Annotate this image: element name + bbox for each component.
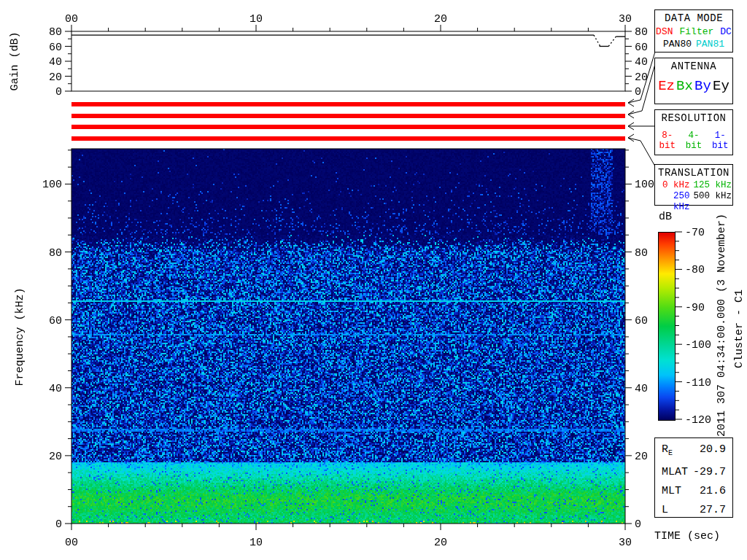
ephemeris-row-mlat: MLAT -29.7	[655, 463, 732, 482]
antenna-legend: ANTENNA Ez Bx By Ey	[654, 58, 733, 104]
svg-text:-70: -70	[685, 227, 705, 239]
translation-125khz: 125 kHz	[694, 180, 732, 191]
svg-text:30: 30	[619, 537, 632, 549]
svg-text:40: 40	[49, 383, 62, 395]
svg-text:40: 40	[635, 383, 648, 395]
svg-text:60: 60	[49, 42, 62, 54]
svg-text:-100: -100	[685, 339, 711, 351]
svg-text:20: 20	[434, 537, 447, 549]
svg-text:30: 30	[619, 13, 632, 26]
mlat-label: MLAT	[662, 463, 688, 482]
svg-text:10: 10	[249, 13, 263, 26]
status-stripes	[71, 102, 625, 141]
l-value: 27.7	[700, 501, 726, 520]
legend-connector-arrows	[628, 52, 655, 166]
resolution-legend: RESOLUTION 8-bit 4-bit 1-bit	[654, 109, 733, 155]
svg-text:20: 20	[635, 71, 648, 84]
antenna-title: ANTENNA	[655, 61, 732, 72]
gain-db-axis: 002020404060608080	[49, 26, 648, 98]
ephemeris-row-mlt: MLT 21.6	[655, 482, 732, 501]
antenna-bx: Bx	[676, 78, 693, 94]
frequency-axis-label: Frequency (kHz)	[14, 287, 26, 386]
spectrogram-time-axis: 00102030	[65, 524, 632, 549]
translation-250khz: 250 kHz	[655, 191, 690, 213]
data-mode-pan80: PAN80	[663, 39, 692, 50]
svg-text:0: 0	[55, 518, 62, 531]
translation-500khz: 500 kHz	[694, 191, 732, 213]
svg-text:00: 00	[65, 13, 78, 26]
svg-text:20: 20	[635, 451, 648, 463]
svg-text:60: 60	[49, 315, 62, 327]
data-mode-filter: Filter	[679, 26, 713, 37]
antenna-ez: Ez	[658, 78, 675, 94]
svg-text:100: 100	[42, 179, 62, 191]
data-mode-dsn: DSN	[656, 26, 673, 37]
l-label: L	[662, 501, 668, 520]
mlat-value: -29.7	[693, 463, 726, 482]
svg-text:-80: -80	[685, 264, 705, 276]
data-mode-title: DATA MODE	[655, 12, 732, 24]
status-stripe-antenna	[71, 114, 625, 118]
ephemeris-row-re: RE 20.9	[655, 440, 732, 463]
data-mode-dc: DC	[720, 26, 732, 37]
status-stripe-data-mode	[71, 102, 625, 106]
resolution-4bit: 4-bit	[681, 131, 705, 151]
mlt-value: 21.6	[700, 482, 726, 501]
svg-text:20: 20	[49, 451, 62, 463]
svg-text:20: 20	[434, 13, 447, 26]
timestamp-label: 2011 307 04:34:00.000 (3 November)	[716, 214, 728, 437]
resolution-8bit: 8-bit	[655, 131, 679, 151]
re-value: 20.9	[700, 440, 726, 463]
gain-time-axis: 00102030	[65, 13, 632, 31]
spacecraft-label: Cluster - C1	[733, 289, 746, 368]
gain-axis-label: Gain (dB)	[9, 31, 21, 90]
svg-text:-110: -110	[685, 377, 711, 389]
antenna-ey: Ey	[713, 78, 729, 94]
ephemeris-box: RE 20.9 MLAT -29.7 MLT 21.6 L 27.7	[654, 438, 733, 518]
svg-text:20: 20	[49, 71, 62, 84]
wbd-plot-page: 0010203000202040406060808000202040406060…	[0, 0, 747, 560]
translation-0khz: 0 kHz	[655, 180, 690, 191]
status-stripe-translation	[71, 136, 625, 141]
svg-text:00: 00	[65, 537, 78, 549]
resolution-1bit: 1-bit	[708, 131, 732, 151]
time-axis-label: TIME (sec)	[654, 530, 720, 542]
colorbar-gradient	[658, 232, 676, 421]
spectrogram-canvas	[71, 149, 625, 524]
svg-text:80: 80	[49, 247, 62, 260]
svg-text:60: 60	[635, 315, 648, 327]
svg-text:80: 80	[635, 26, 648, 39]
data-mode-pan81: PAN81	[696, 39, 724, 50]
ephemeris-row-l: L 27.7	[655, 501, 732, 520]
svg-text:100: 100	[635, 179, 654, 191]
svg-text:0: 0	[635, 518, 641, 531]
resolution-title: RESOLUTION	[655, 112, 732, 124]
svg-text:40: 40	[49, 56, 62, 69]
re-label: RE	[662, 440, 673, 463]
colorbar-axis: -70-80-90-100-110-120	[675, 227, 711, 427]
translation-title: TRANSLATION	[655, 167, 732, 179]
svg-text:10: 10	[249, 537, 263, 549]
svg-text:-120: -120	[685, 414, 711, 427]
translation-legend: TRANSLATION 0 kHz 125 kHz 250 kHz 500 kH…	[654, 164, 733, 206]
svg-text:0: 0	[635, 86, 641, 98]
svg-text:60: 60	[635, 42, 648, 54]
svg-text:80: 80	[49, 26, 62, 39]
svg-text:80: 80	[635, 247, 648, 260]
mlt-label: MLT	[662, 482, 681, 501]
antenna-by: By	[694, 78, 711, 94]
svg-text:40: 40	[635, 56, 648, 69]
svg-text:-90: -90	[685, 302, 705, 314]
status-stripe-resolution	[71, 125, 625, 129]
gain-curve	[71, 35, 625, 46]
svg-text:0: 0	[55, 86, 62, 98]
data-mode-legend: DATA MODE DSN Filter DC PAN80 PAN81	[654, 9, 733, 52]
